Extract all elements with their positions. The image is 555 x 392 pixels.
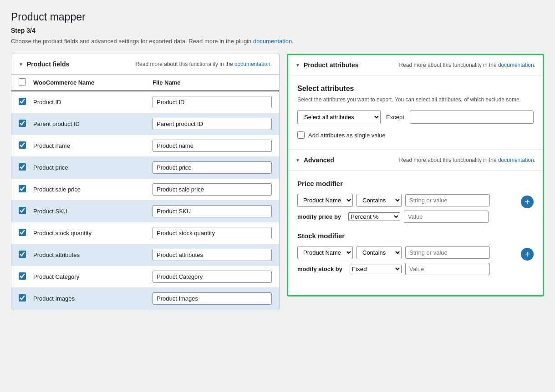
field-file-input-product-sku[interactable] [153,205,272,217]
field-checkbox-product-id[interactable] [19,98,26,105]
single-value-checkbox[interactable] [297,131,305,139]
field-woo-name-product-name: Product name [33,142,153,149]
field-row-product-price: Product price [11,157,279,179]
field-row-product-stock-quantity: Product stock quantity [11,222,279,244]
field-row-product-category: Product Category [11,266,279,288]
stock-field-select[interactable]: Product Name Product ID Product SKU Prod… [297,246,353,259]
field-checkbox-product-name[interactable] [19,141,26,149]
page-title: Product mapper [11,11,544,23]
price-condition-select[interactable]: Contains Equals Starts with Ends with [356,194,402,207]
advanced-doc-link[interactable]: documentation [498,157,534,163]
advanced-header: ▼ Advanced Read more about this function… [288,150,543,171]
stock-modify-row: modify stock by Fixed Percent % Fixed in… [297,263,515,275]
attributes-content: Select attributes Select the attributes … [288,75,543,150]
price-value-input[interactable] [405,194,490,206]
price-modifier-block: Price modifier Product Name Product ID P… [297,180,534,223]
field-woo-name-parent-product-id: Parent product ID [33,121,153,127]
field-row-product-sku: Product SKU [11,201,279,222]
modify-stock-by-label: modify stock by [297,266,342,272]
field-checkbox-product-images[interactable] [19,294,26,302]
stock-modifier-block: Stock modifier Product Name Product ID P… [297,232,534,275]
field-file-input-product-price[interactable] [153,161,272,174]
field-checkbox-product-stock-quantity[interactable] [19,229,26,236]
field-file-input-product-name[interactable] [153,140,272,152]
attributes-header-title: ▼ Product attributes [295,61,358,69]
field-file-input-product-stock-quantity[interactable] [153,227,272,239]
select-attributes-title: Select attributes [297,85,534,93]
advanced-header-title: ▼ Advanced [295,156,334,164]
step-description: Choose the product fields and advanced s… [11,38,544,45]
left-panel-header-doc: Read more about this functionality in th… [135,61,272,67]
field-woo-name-product-price: Product price [33,164,153,171]
field-file-input-parent-product-id[interactable] [153,118,272,130]
field-file-input-product-sale-price[interactable] [153,183,272,196]
right-panel: ▼ Product attributes Read more about thi… [287,54,544,297]
single-value-row: Add attributes as single value [297,131,534,139]
step-label: Step 3/4 [11,27,544,34]
except-input[interactable] [410,111,534,124]
field-row-parent-product-id: Parent product ID [11,113,279,135]
field-woo-name-product-sale-price: Product sale price [33,186,153,193]
fields-list: Product IDParent product IDProduct nameP… [11,91,279,310]
price-modify-select[interactable]: Percent % Fixed Fixed increase Fixed dec… [348,212,400,221]
attributes-header-doc: Read more about this functionality in th… [399,62,535,68]
field-file-input-product-id[interactable] [153,96,272,108]
attributes-doc-link[interactable]: documentation [498,62,534,68]
main-layout: ▼ Product fields Read more about this fu… [11,54,544,310]
select-all-attributes-dropdown[interactable]: Select all attributes Select specific at… [297,110,381,124]
select-all-checkbox[interactable] [19,78,26,85]
advanced-collapse-icon[interactable]: ▼ [295,158,300,163]
field-woo-name-product-sku: Product SKU [33,208,153,215]
field-row-product-images: Product Images [11,288,279,310]
stock-modifier-title: Stock modifier [297,232,534,240]
field-checkbox-parent-product-id[interactable] [19,120,26,127]
stock-value-input[interactable] [405,246,490,259]
attributes-collapse-icon[interactable]: ▼ [295,63,300,68]
price-modify-row: modify price by Percent % Fixed Fixed in… [297,211,515,223]
stock-condition-select[interactable]: Contains Equals Starts with Ends with [356,246,402,259]
stock-modify-value-input[interactable] [405,263,490,275]
stock-modifier-condition-row: Product Name Product ID Product SKU Prod… [297,246,515,259]
field-row-product-name: Product name [11,135,279,157]
attributes-header: ▼ Product attributes Read more about thi… [288,55,543,75]
left-panel-doc-link[interactable]: documentation [234,61,270,67]
col-woo-header: WooCommerce Name [33,79,153,86]
field-checkbox-product-price[interactable] [19,163,26,171]
field-row-product-attributes: Product attributes [11,244,279,266]
field-file-input-product-category[interactable] [153,271,272,283]
advanced-section: ▼ Advanced Read more about this function… [288,150,543,295]
field-file-input-product-images[interactable] [153,292,272,305]
attributes-section: ▼ Product attributes Read more about thi… [288,55,543,150]
field-checkbox-product-attributes[interactable] [19,251,26,258]
left-panel-header: ▼ Product fields Read more about this fu… [11,54,279,75]
field-woo-name-product-images: Product Images [33,295,153,302]
price-modifier-condition-row: Product Name Product ID Product SKU Prod… [297,194,515,207]
field-checkbox-product-category[interactable] [19,272,26,280]
price-modify-value-input[interactable] [404,211,489,223]
single-value-label: Add attributes as single value [308,132,386,139]
price-field-select[interactable]: Product Name Product ID Product SKU Prod… [297,194,353,207]
field-woo-name-product-stock-quantity: Product stock quantity [33,230,153,236]
left-panel: ▼ Product fields Read more about this fu… [11,54,280,310]
field-woo-name-product-category: Product Category [33,273,153,280]
field-file-input-product-attributes[interactable] [153,249,272,261]
select-attributes-desc: Select the attributes you want to export… [297,96,534,103]
modify-price-by-label: modify price by [297,213,341,220]
advanced-content: Price modifier Product Name Product ID P… [288,171,543,295]
field-woo-name-product-id: Product ID [33,99,153,106]
field-checkbox-product-sku[interactable] [19,207,26,214]
field-row-product-id: Product ID [11,91,279,113]
field-checkbox-product-sale-price[interactable] [19,185,26,192]
field-row-product-sale-price: Product sale price [11,179,279,201]
collapse-arrow-icon[interactable]: ▼ [19,62,23,67]
field-woo-name-product-attributes: Product attributes [33,251,153,258]
add-stock-modifier-button[interactable]: + [521,248,534,261]
attributes-select-row: Select all attributes Select specific at… [297,110,534,124]
stock-modify-select[interactable]: Fixed Percent % Fixed increase Fixed dec… [350,265,402,273]
left-panel-header-title: ▼ Product fields [19,60,69,68]
advanced-header-doc: Read more about this functionality in th… [399,157,535,163]
doc-link[interactable]: documentation [253,38,292,45]
add-price-modifier-button[interactable]: + [521,196,534,208]
except-label: Except [386,114,404,121]
price-modifier-title: Price modifier [297,180,534,187]
